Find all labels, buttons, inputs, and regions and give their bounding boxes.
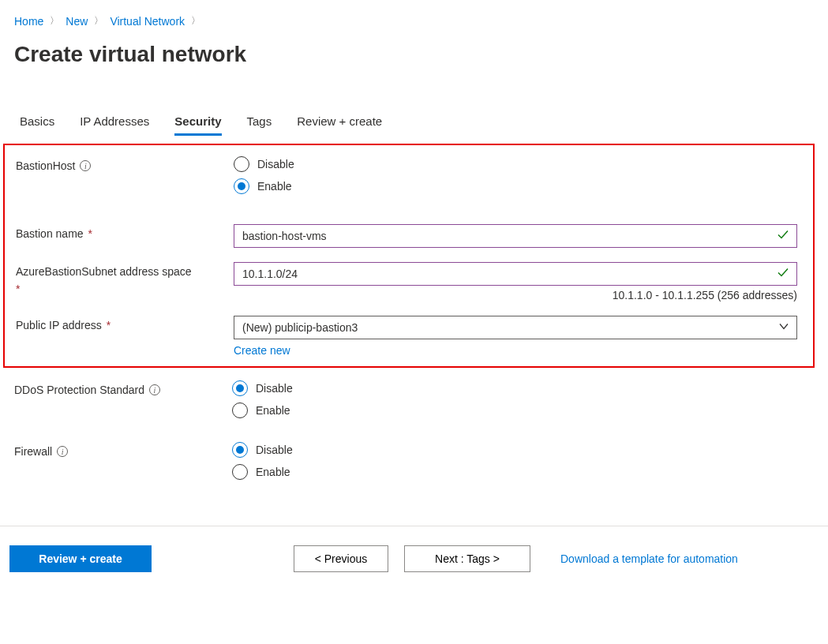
check-icon — [777, 229, 789, 244]
firewall-disable-radio[interactable]: Disable — [232, 442, 815, 458]
page-title: Create virtual network — [0, 28, 828, 67]
bastion-host-radio-group: Disable Enable — [234, 156, 800, 194]
bastion-host-disable-radio[interactable]: Disable — [234, 156, 800, 172]
breadcrumb-new[interactable]: New — [66, 15, 88, 28]
info-icon[interactable]: i — [149, 384, 160, 395]
breadcrumb-home[interactable]: Home — [14, 15, 43, 28]
radio-label: Enable — [256, 466, 290, 478]
radio-label: Disable — [256, 444, 293, 456]
tab-basics[interactable]: Basics — [20, 108, 54, 136]
radio-label: Disable — [256, 382, 293, 395]
required-icon: * — [107, 319, 111, 331]
bastion-subnet-helper: 10.1.1.0 - 10.1.1.255 (256 addresses) — [234, 289, 797, 301]
required-icon: * — [88, 227, 92, 240]
public-ip-select[interactable]: (New) publicip-bastion3 — [234, 316, 797, 339]
radio-label: Enable — [257, 180, 292, 193]
required-icon: * — [16, 283, 234, 295]
breadcrumb-virtual-network[interactable]: Virtual Network — [110, 15, 185, 28]
tab-review-create[interactable]: Review + create — [297, 108, 382, 136]
tab-security[interactable]: Security — [174, 108, 221, 136]
check-icon — [777, 267, 789, 282]
bastion-subnet-label: AzureBastionSubnet address space * — [16, 262, 234, 295]
ddos-label: DDoS Protection Standard i — [14, 380, 232, 396]
radio-label: Disable — [257, 158, 294, 170]
ddos-radio-group: Disable Enable — [232, 380, 815, 418]
radio-label: Enable — [256, 404, 290, 417]
tab-ip-addresses[interactable]: IP Addresses — [80, 108, 149, 136]
info-icon[interactable]: i — [57, 446, 68, 457]
footer-actions: Review + create < Previous Next : Tags >… — [0, 526, 828, 591]
label-text: Bastion name — [16, 227, 84, 240]
download-template-link[interactable]: Download a template for automation — [560, 552, 738, 565]
chevron-right-icon: 〉 — [191, 14, 200, 28]
label-text: BastionHost — [16, 159, 75, 172]
info-icon[interactable]: i — [80, 160, 91, 171]
tab-tags[interactable]: Tags — [247, 108, 272, 136]
create-new-public-ip-link[interactable]: Create new — [234, 344, 290, 357]
firewall-label: Firewall i — [14, 442, 232, 458]
ddos-enable-radio[interactable]: Enable — [232, 402, 815, 418]
breadcrumb: Home 〉 New 〉 Virtual Network 〉 — [0, 0, 828, 28]
firewall-enable-radio[interactable]: Enable — [232, 464, 815, 480]
label-text: Public IP address — [16, 319, 102, 331]
label-text: DDoS Protection Standard — [14, 384, 144, 396]
ddos-disable-radio[interactable]: Disable — [232, 380, 815, 396]
bastion-host-label: BastionHost i — [16, 156, 234, 172]
tab-bar: Basics IP Addresses Security Tags Review… — [0, 67, 828, 136]
chevron-right-icon: 〉 — [94, 14, 103, 28]
previous-button[interactable]: < Previous — [294, 545, 388, 572]
bastion-config-highlight: BastionHost i Disable Enable Bastion nam… — [3, 144, 815, 368]
review-create-button[interactable]: Review + create — [9, 545, 152, 572]
public-ip-label: Public IP address * — [16, 316, 234, 331]
chevron-right-icon: 〉 — [50, 14, 59, 28]
label-text: AzureBastionSubnet address space — [16, 265, 192, 278]
firewall-radio-group: Disable Enable — [232, 442, 815, 480]
bastion-name-input[interactable] — [234, 224, 797, 248]
label-text: Firewall — [14, 445, 52, 458]
bastion-name-label: Bastion name * — [16, 224, 234, 240]
bastion-subnet-input[interactable] — [234, 262, 797, 286]
next-button[interactable]: Next : Tags > — [404, 545, 530, 572]
bastion-host-enable-radio[interactable]: Enable — [234, 178, 800, 194]
